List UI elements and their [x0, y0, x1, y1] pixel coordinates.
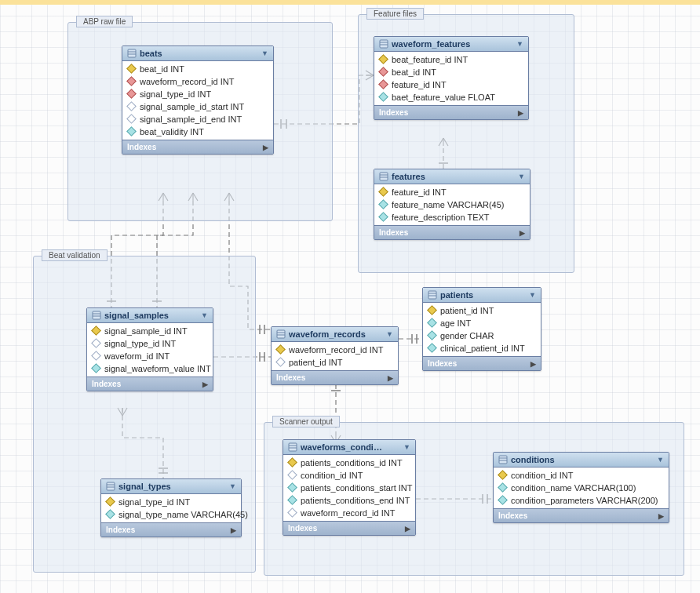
- table-icon: [276, 329, 286, 339]
- table-header[interactable]: patients ▼: [423, 288, 541, 303]
- column: signal_type_id INT: [101, 496, 241, 508]
- attr-icon: [288, 509, 296, 517]
- indexes-section[interactable]: Indexes▶: [374, 105, 528, 119]
- table-title: waveform_features: [392, 39, 470, 49]
- fk-icon: [127, 78, 135, 85]
- svg-rect-11: [380, 173, 388, 180]
- group-label: Feature files: [366, 8, 424, 20]
- pk-icon: [428, 307, 436, 315]
- column: signal_type_id INT: [122, 88, 273, 100]
- table-header[interactable]: signal_types ▼: [101, 479, 241, 494]
- table-header[interactable]: waveform_records ▼: [272, 327, 398, 342]
- table-title: features: [392, 172, 425, 181]
- expand-icon: ▶: [518, 109, 523, 117]
- table-waveform-features[interactable]: waveform_features ▼ beat_feature_id INT …: [374, 36, 529, 120]
- column: patient_id INT: [423, 304, 541, 317]
- table-header[interactable]: conditions ▼: [494, 453, 669, 467]
- expand-icon: ▶: [530, 360, 536, 368]
- column: condition_id INT: [494, 469, 669, 482]
- table-header[interactable]: signal_samples ▼: [87, 308, 213, 323]
- table-icon: [498, 455, 508, 464]
- table-header[interactable]: waveform_features ▼: [374, 37, 528, 52]
- table-icon: [379, 39, 388, 49]
- indexes-section[interactable]: Indexes▶: [122, 140, 273, 154]
- expand-icon: ▶: [202, 380, 208, 388]
- chevron-down-icon: ▼: [229, 482, 236, 490]
- attr-icon: [498, 484, 506, 492]
- column: feature_id INT: [374, 78, 528, 91]
- pk-icon: [498, 471, 506, 479]
- expand-icon: ▶: [263, 144, 268, 151]
- indexes-section[interactable]: Indexes▶: [423, 356, 541, 370]
- indexes-section[interactable]: Indexes▶: [101, 522, 241, 537]
- pk-icon: [276, 346, 284, 354]
- table-title: signal_samples: [104, 311, 169, 320]
- column: condition_name VARCHAR(100): [494, 482, 669, 494]
- columns: patient_id INT age INT gender CHAR clini…: [423, 303, 541, 356]
- table-features[interactable]: features ▼ feature_id INT feature_name V…: [374, 169, 530, 240]
- columns: feature_id INT feature_name VARCHAR(45) …: [374, 184, 530, 225]
- table-header[interactable]: beats ▼: [122, 46, 273, 61]
- table-title: patients: [440, 290, 473, 300]
- column: beat_feature_id INT: [374, 53, 528, 66]
- pk-icon: [106, 498, 114, 506]
- expand-icon: ▶: [231, 526, 236, 534]
- attr-icon: [106, 511, 114, 518]
- attr-icon: [92, 365, 100, 373]
- columns: waveform_record_id INT patient_id INT: [272, 342, 398, 370]
- attr-icon: [288, 471, 296, 479]
- window-top-strip: [0, 0, 700, 5]
- table-patients[interactable]: patients ▼ patient_id INT age INT gender…: [422, 287, 541, 371]
- columns: condition_id INT condition_name VARCHAR(…: [494, 467, 669, 508]
- attr-icon: [379, 201, 387, 209]
- fk-icon: [379, 81, 387, 89]
- attr-icon: [127, 128, 135, 136]
- svg-rect-29: [499, 456, 507, 464]
- column: baet_feature_value FLOAT: [374, 91, 528, 104]
- table-header[interactable]: waveforms_condi… ▼: [283, 440, 415, 455]
- chevron-down-icon: ▼: [261, 49, 268, 57]
- chevron-down-icon: ▼: [529, 291, 536, 299]
- table-title: signal_types: [118, 482, 171, 491]
- indexes-section[interactable]: Indexes▶: [494, 508, 669, 522]
- attr-icon: [379, 93, 387, 101]
- expand-icon: ▶: [405, 525, 410, 533]
- column: patients_conditions_end INT: [283, 494, 415, 507]
- table-waveforms-conditions[interactable]: waveforms_condi… ▼ patients_conditions_i…: [283, 439, 416, 536]
- attr-icon: [428, 319, 436, 327]
- attr-icon: [428, 344, 436, 352]
- group-label: Scanner output: [272, 416, 340, 427]
- expand-icon: ▶: [658, 512, 664, 520]
- expand-icon: ▶: [388, 374, 393, 382]
- columns: patients_conditions_id INT condition_id …: [283, 455, 415, 521]
- attr-icon: [288, 484, 296, 492]
- chevron-down-icon: ▼: [518, 173, 525, 180]
- svg-rect-17: [93, 311, 100, 319]
- column: gender CHAR: [423, 329, 541, 342]
- table-icon: [106, 482, 115, 491]
- column: condition_parameters VARCHAR(200): [494, 494, 669, 507]
- indexes-section[interactable]: Indexes▶: [374, 225, 530, 239]
- column: signal_type_id INT: [87, 337, 213, 350]
- indexes-section[interactable]: Indexes▶: [272, 370, 398, 384]
- column: signal_waveform_value INT: [87, 362, 213, 375]
- column: beat_validity INT: [122, 126, 273, 138]
- table-conditions[interactable]: conditions ▼ condition_id INT condition_…: [493, 452, 669, 523]
- table-icon: [288, 442, 297, 452]
- indexes-section[interactable]: Indexes▶: [87, 377, 213, 391]
- attr-icon: [276, 358, 284, 366]
- indexes-section[interactable]: Indexes▶: [283, 521, 415, 535]
- svg-rect-8: [380, 40, 388, 48]
- column: signal_sample_id_start INT: [122, 100, 273, 113]
- table-waveform-records[interactable]: waveform_records ▼ waveform_record_id IN…: [271, 326, 399, 385]
- column: signal_type_name VARCHAR(45): [101, 508, 241, 521]
- table-icon: [92, 311, 101, 320]
- attr-icon: [428, 332, 436, 340]
- column: waveform_record_id INT: [272, 344, 398, 356]
- table-header[interactable]: features ▼: [374, 169, 530, 184]
- table-beats[interactable]: beats ▼ beat_id INT waveform_record_id I…: [122, 45, 274, 155]
- column: signal_sample_id_end INT: [122, 113, 273, 126]
- table-signal-types[interactable]: signal_types ▼ signal_type_id INT signal…: [100, 478, 242, 537]
- pk-icon: [92, 327, 100, 335]
- table-signal-samples[interactable]: signal_samples ▼ signal_sample_id INT si…: [86, 307, 213, 391]
